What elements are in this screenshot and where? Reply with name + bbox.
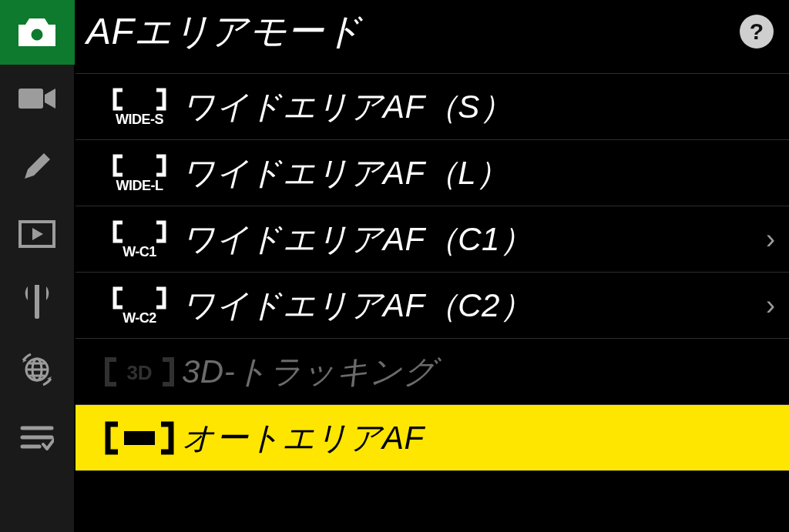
- af-mode-wide-s[interactable]: WIDE-S ワイドエリアAF（S）: [76, 74, 789, 140]
- sidebar-item-setup[interactable]: [0, 268, 75, 336]
- svg-rect-1: [18, 89, 43, 109]
- video-icon: [18, 85, 55, 112]
- af-mode-wc2[interactable]: W-C2 ワイドエリアAF（C2） ›: [76, 273, 789, 339]
- sidebar-item-mymenu[interactable]: [0, 403, 75, 471]
- page-header: AFエリアモード ?: [76, 0, 789, 65]
- af-icon-sublabel: WIDE-L: [116, 179, 163, 192]
- page-title: AFエリアモード: [86, 7, 740, 56]
- af-mode-auto[interactable]: オートエリアAF: [76, 405, 789, 471]
- sidebar-item-edit[interactable]: [0, 132, 75, 200]
- af-3d-icon: 3D: [97, 355, 182, 389]
- af-mode-label: ワイドエリアAF（C1）: [182, 218, 766, 261]
- wrench-icon: [22, 285, 52, 319]
- af-icon-sublabel: WIDE-S: [116, 112, 163, 126]
- af-mode-label: オートエリアAF: [182, 417, 775, 460]
- af-brackets-icon: W-C2: [97, 286, 182, 325]
- chevron-right-icon: ›: [766, 289, 775, 322]
- sidebar-item-video[interactable]: [0, 65, 75, 132]
- af-mode-label: ワイドエリアAF（S）: [182, 85, 775, 129]
- svg-rect-3: [35, 300, 39, 319]
- af-icon-sublabel: W-C1: [123, 245, 156, 259]
- af-mode-list: WIDE-S ワイドエリアAF（S） WIDE-L ワイドエリアAF（L）: [76, 65, 789, 532]
- af-brackets-icon: WIDE-S: [97, 88, 182, 126]
- svg-text:3D: 3D: [126, 361, 152, 384]
- af-brackets-icon: W-C1: [97, 220, 182, 259]
- af-mode-label: 3D-トラッキング: [182, 350, 775, 393]
- svg-point-0: [29, 27, 45, 42]
- sidebar-item-playback[interactable]: [0, 200, 75, 268]
- af-icon-sublabel: W-C2: [123, 311, 156, 325]
- af-brackets-icon: WIDE-L: [97, 154, 182, 192]
- list-overflow-top: [76, 65, 789, 74]
- af-mode-3d: 3D 3D-トラッキング: [76, 339, 789, 405]
- help-button[interactable]: ?: [740, 15, 774, 49]
- af-mode-wide-l[interactable]: WIDE-L ワイドエリアAF（L）: [76, 140, 789, 206]
- globe-icon: [20, 353, 54, 386]
- sidebar-item-photo[interactable]: [0, 0, 75, 65]
- sidebar-item-network[interactable]: [0, 336, 75, 403]
- main-panel: AFエリアモード ? WIDE-S ワイドエリアAF（S）: [76, 0, 789, 532]
- camera-icon: [15, 15, 59, 49]
- mymenu-icon: [20, 424, 54, 450]
- af-mode-label: ワイドエリアAF（C2）: [182, 284, 766, 327]
- chevron-right-icon: ›: [766, 223, 775, 256]
- af-auto-icon: [97, 420, 182, 457]
- svg-rect-7: [124, 431, 155, 445]
- pencil-icon: [21, 150, 53, 182]
- af-mode-label: ワイドエリアAF（L）: [182, 152, 775, 195]
- af-mode-wc1[interactable]: W-C1 ワイドエリアAF（C1） ›: [76, 206, 789, 273]
- menu-sidebar: [0, 0, 76, 532]
- play-icon: [18, 220, 55, 248]
